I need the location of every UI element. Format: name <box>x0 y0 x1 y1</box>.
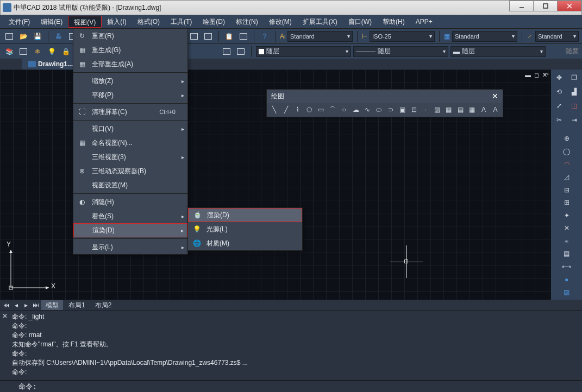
pedit-icon[interactable]: ⟐ <box>561 236 573 246</box>
menu-express[interactable]: 扩展工具(X) <box>297 16 343 28</box>
menu-viewsettings[interactable]: 视图设置(M) <box>73 178 187 192</box>
mtext-icon[interactable]: A <box>478 104 489 115</box>
dim-style-combo[interactable]: ISO-25 <box>370 31 435 42</box>
menu-hide[interactable]: ◐消隐(H) <box>73 195 187 209</box>
menu-app[interactable]: APP+ <box>410 16 438 28</box>
tab-model[interactable]: 模型 <box>41 300 63 310</box>
menu-3dorbit[interactable]: ⊗三维动态观察器(B) <box>73 164 187 178</box>
extend-icon[interactable]: ⇥ <box>568 114 580 126</box>
menu-display[interactable]: 显示(L)▸ <box>73 240 187 254</box>
linetype-combo[interactable]: ———随层 <box>353 46 448 57</box>
lineweight-combo[interactable]: ▬随层 <box>450 46 546 57</box>
layer-states-icon[interactable] <box>17 46 29 58</box>
draw-toolbar-titlebar[interactable]: 绘图 ✕ <box>267 90 503 103</box>
stretch-icon[interactable]: ◫ <box>568 100 580 112</box>
layer-manager-icon[interactable]: 📚 <box>3 46 15 58</box>
color-combo[interactable]: 随层 <box>256 46 351 57</box>
child-minimize-icon[interactable]: ▬ <box>525 72 531 79</box>
layer-lock-icon[interactable]: 🔒 <box>60 46 72 58</box>
submenu-material[interactable]: 🌐材质(M) <box>188 236 302 250</box>
command-history[interactable]: ✕ 命令: _light 命令: 命令: rmat 未知命令"rmat"。按 F… <box>0 311 582 380</box>
table-style-combo[interactable]: Standard <box>452 31 517 42</box>
menu-regen[interactable]: ▦重生成(G) <box>73 43 187 57</box>
polygon-icon[interactable]: ⬠ <box>304 104 314 115</box>
command-input[interactable]: 命令: <box>0 380 582 392</box>
layout-next-icon[interactable]: ▸ <box>22 301 30 309</box>
zoom-prev-icon[interactable] <box>202 30 214 42</box>
new-icon[interactable] <box>3 30 15 42</box>
window-maximize-button[interactable] <box>533 1 558 11</box>
text-icon[interactable]: A <box>490 104 500 115</box>
copy-icon[interactable]: ❐ <box>568 72 580 84</box>
designcenter-icon[interactable] <box>237 30 249 42</box>
insert-icon[interactable]: ▣ <box>397 104 407 115</box>
ellipse-icon[interactable]: ⬭ <box>374 104 384 115</box>
offset-icon[interactable]: ⊕ <box>561 133 573 144</box>
mirror-icon[interactable]: ▟ <box>568 86 580 98</box>
mline-style-combo[interactable]: Standard <box>535 31 579 42</box>
align-icon[interactable]: ▤ <box>561 249 573 260</box>
layout-prev-icon[interactable]: ◂ <box>12 301 21 309</box>
print-icon[interactable]: 🖶 <box>53 30 65 42</box>
spline-icon[interactable]: ∿ <box>362 104 372 115</box>
rotate-icon[interactable]: ⟲ <box>553 86 565 98</box>
menu-view[interactable]: 视图(V) <box>68 16 102 28</box>
array-icon[interactable]: ◯ <box>561 146 573 157</box>
linetype-icon[interactable] <box>235 46 247 58</box>
submenu-light[interactable]: 💡光源(L) <box>188 222 302 236</box>
menu-dimension[interactable]: 标注(N) <box>230 16 264 28</box>
trim-icon[interactable]: ✂ <box>553 114 565 126</box>
submenu-render[interactable]: 🍵渲染(D) <box>188 208 302 222</box>
circle-icon[interactable]: ○ <box>339 104 349 115</box>
layout-last-icon[interactable]: ⏭ <box>32 301 40 309</box>
explode-icon[interactable]: ✦ <box>561 210 573 221</box>
table-icon[interactable]: ▦ <box>467 104 477 115</box>
gradient-icon[interactable]: ▦ <box>443 104 454 115</box>
revcloud-icon[interactable]: ☁ <box>351 104 361 115</box>
menu-namedview[interactable]: ▦命名视图(N)... <box>73 136 187 150</box>
region-icon[interactable]: ▤ <box>455 104 466 115</box>
menu-edit[interactable]: 编辑(E) <box>35 16 68 28</box>
break-icon[interactable]: ⊟ <box>561 185 573 195</box>
menu-redraw[interactable]: ↻重画(R) <box>73 29 187 43</box>
join-icon[interactable]: ⊞ <box>561 197 573 208</box>
menu-3dview[interactable]: 三维视图(3)▸ <box>73 150 187 164</box>
scale-icon[interactable]: ⤢ <box>553 100 565 112</box>
document-tab[interactable]: Drawing1... <box>22 59 79 69</box>
menu-help[interactable]: 帮助(H) <box>377 16 410 28</box>
menu-modify[interactable]: 修改(M) <box>264 16 297 28</box>
tab-layout1[interactable]: 布局1 <box>64 300 90 310</box>
rectangle-icon[interactable]: ▭ <box>316 104 326 115</box>
draw-floating-toolbar[interactable]: 绘图 ✕ ╲ ╱ ⌇ ⬠ ▭ ⌒ ○ ☁ ∿ ⬭ ⊃ ▣ ⊡ · ▨ ▦ ▤ ▦… <box>266 89 503 117</box>
window-close-button[interactable] <box>557 1 581 11</box>
arc-icon[interactable]: ⌒ <box>327 104 337 115</box>
menu-window[interactable]: 窗口(W) <box>343 16 377 28</box>
move-icon[interactable]: ✥ <box>553 72 565 84</box>
text-style-combo[interactable]: Standard <box>287 31 353 42</box>
menu-zoom[interactable]: 缩放(Z)▸ <box>73 74 187 88</box>
chamfer-icon[interactable]: ◿ <box>561 172 573 182</box>
zoom-window-icon[interactable] <box>188 30 200 42</box>
open-icon[interactable]: 📂 <box>17 30 29 42</box>
erase-icon[interactable]: ✕ <box>561 223 573 234</box>
layer-freeze-icon[interactable]: ❄ <box>32 46 43 58</box>
help-icon[interactable]: ? <box>259 30 271 42</box>
block-icon[interactable]: ⊡ <box>409 104 419 115</box>
menu-insert[interactable]: 插入(I) <box>102 16 132 28</box>
menu-pan[interactable]: 平移(P)▸ <box>73 88 187 102</box>
fillet-icon[interactable]: ◠ <box>561 159 573 170</box>
xline-icon[interactable]: ╱ <box>280 104 291 115</box>
draw-toolbar-close-icon[interactable]: ✕ <box>492 92 498 100</box>
hatch-tool-icon[interactable]: ▨ <box>432 104 442 115</box>
menu-viewport[interactable]: 视口(V)▸ <box>73 122 187 136</box>
tab-layout2[interactable]: 布局2 <box>91 300 116 310</box>
sphere-icon[interactable]: ● <box>561 274 573 285</box>
ellipsearc-icon[interactable]: ⊃ <box>385 104 396 115</box>
menu-tools[interactable]: 工具(T) <box>165 16 197 28</box>
child-maximize-icon[interactable]: ◻ <box>534 72 539 79</box>
menu-draw[interactable]: 绘图(D) <box>197 16 230 28</box>
lengthen-icon[interactable]: ⟷ <box>561 261 573 272</box>
menu-cleanscreen[interactable]: ⛶清理屏幕(C)Ctrl+0 <box>73 105 187 119</box>
layout-first-icon[interactable]: ⏮ <box>2 301 11 309</box>
menu-regenall[interactable]: ▦全部重生成(A) <box>73 57 187 71</box>
